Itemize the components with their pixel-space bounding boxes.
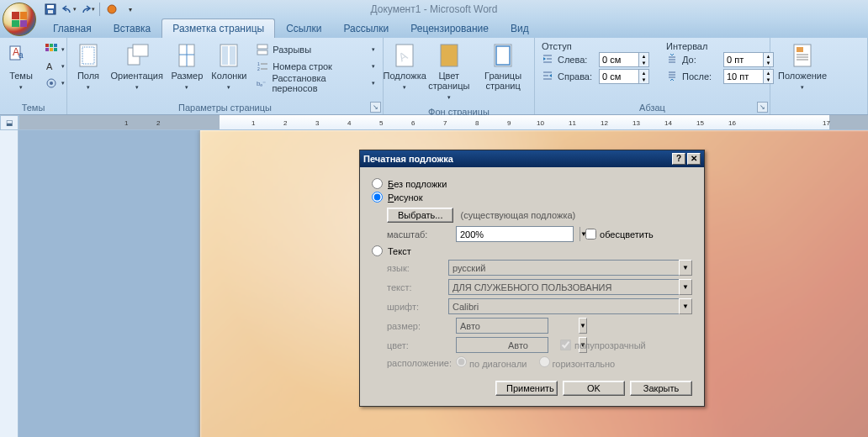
scale-combo[interactable]: ▼	[456, 226, 574, 242]
page-color-icon	[436, 42, 463, 69]
paragraph-dialog-launcher[interactable]: ↘	[757, 102, 768, 113]
svg-text:2: 2	[156, 119, 161, 127]
effects-icon	[45, 76, 58, 90]
option-no-watermark[interactable]: Без подложки	[372, 178, 692, 189]
tab-references[interactable]: Ссылки	[275, 18, 332, 38]
tab-view[interactable]: Вид	[500, 18, 540, 38]
position-button[interactable]: Положение▾	[774, 39, 831, 95]
dialog-title: Печатная подложка	[363, 154, 453, 164]
close-button[interactable]: ✕	[687, 153, 701, 165]
indent-left-spinner[interactable]: ▲▼	[599, 52, 649, 67]
svg-rect-12	[54, 48, 57, 51]
tab-review[interactable]: Рецензирование	[400, 18, 500, 38]
select-picture-button[interactable]: Выбрать...	[387, 208, 453, 223]
svg-text:7: 7	[443, 119, 447, 127]
hyphenation-button[interactable]: bₐ⁻Расстановка переносов ▾	[251, 75, 379, 92]
themes-button[interactable]: Aa Темы▾	[3, 39, 39, 95]
theme-effects-button[interactable]: ▾	[40, 75, 69, 92]
breaks-button[interactable]: Разрывы ▾	[251, 41, 379, 58]
svg-text:bₐ⁻: bₐ⁻	[257, 80, 266, 87]
help-button[interactable]: ?	[672, 153, 685, 165]
undo-icon[interactable]: ▾	[61, 2, 77, 17]
group-page-background: A Подложка▾ Цвет страницы▾ Границы стран…	[384, 38, 535, 114]
theme-colors-button[interactable]: ▾	[40, 41, 69, 58]
svg-text:2: 2	[283, 119, 288, 127]
watermark-button[interactable]: A Подложка▾	[387, 39, 422, 95]
watermark-icon: A	[391, 42, 418, 69]
spacing-before-icon	[666, 53, 680, 66]
tab-home[interactable]: Главная	[42, 18, 103, 38]
colors-icon	[45, 43, 58, 56]
record-macro-icon[interactable]	[103, 2, 120, 17]
spacing-after-spinner[interactable]: ▲▼	[723, 69, 774, 84]
save-icon[interactable]	[42, 2, 59, 17]
layout-horizontal: горизонтально	[539, 356, 616, 369]
svg-rect-1	[47, 5, 54, 8]
svg-text:11: 11	[569, 119, 576, 127]
tab-insert[interactable]: Вставка	[103, 18, 162, 38]
svg-rect-10	[45, 48, 49, 51]
existing-watermark-note: (существующая подложка)	[460, 210, 575, 220]
option-text[interactable]: Текст	[372, 245, 692, 256]
svg-text:2: 2	[257, 66, 260, 71]
ruler-corner[interactable]: ⬓	[0, 115, 19, 130]
ribbon-tabs: Главная Вставка Разметка страницы Ссылки…	[0, 18, 868, 38]
margins-button[interactable]: Поля▾	[71, 39, 106, 95]
svg-text:5: 5	[379, 119, 384, 127]
text-combo: ▼	[448, 279, 692, 295]
page-color-button[interactable]: Цвет страницы▾	[424, 39, 474, 105]
svg-text:A: A	[46, 61, 53, 71]
font-combo: ▼	[448, 298, 692, 314]
layout-label: расположение:	[387, 358, 456, 368]
svg-text:16: 16	[728, 119, 736, 127]
line-numbers-button[interactable]: 12Номера строк ▾	[251, 58, 379, 75]
group-label-themes: Темы	[3, 101, 63, 114]
size-icon	[173, 42, 200, 69]
watermark-dialog: Печатная подложка ? ✕ Без подложки Рисун…	[359, 150, 705, 407]
office-button[interactable]	[3, 3, 36, 36]
spacing-before-label: До:	[682, 55, 721, 65]
svg-text:6: 6	[411, 119, 415, 127]
line-numbers-icon: 12	[256, 60, 269, 73]
group-paragraph: Отступ Слева: ▲▼ Справа: ▲▼ Интервал	[535, 38, 770, 114]
svg-rect-35	[441, 45, 458, 66]
svg-text:12: 12	[601, 119, 608, 127]
scale-label: масштаб:	[387, 229, 456, 240]
option-picture[interactable]: Рисунок	[372, 192, 692, 203]
svg-text:4: 4	[347, 119, 352, 127]
spacing-before-spinner[interactable]: ▲▼	[723, 52, 774, 67]
size-label: размер:	[387, 321, 456, 331]
indent-left-icon	[542, 53, 555, 66]
horizontal-ruler[interactable]: 21 123 456 789 101112 131415 1617	[19, 115, 868, 129]
tab-page-layout[interactable]: Разметка страницы	[161, 18, 275, 38]
semitransparent-checkbox: полупрозрачный	[560, 340, 646, 350]
hyphenation-icon: bₐ⁻	[256, 76, 268, 90]
cancel-button[interactable]: Закрыть	[630, 381, 692, 396]
indent-right-spinner[interactable]: ▲▼	[599, 69, 649, 84]
dialog-titlebar[interactable]: Печатная подложка ? ✕	[360, 150, 704, 167]
orientation-button[interactable]: Ориентация▾	[108, 39, 166, 95]
group-label-page-setup: Параметры страницы	[71, 101, 379, 114]
apply-button[interactable]: Применить	[495, 381, 558, 396]
ok-button[interactable]: OK	[563, 381, 625, 396]
redo-icon[interactable]: ▾	[79, 2, 96, 17]
group-page-setup: Поля▾ Ориентация▾ Размер▾ Колонки▾ Разры…	[67, 38, 384, 114]
vertical-ruler[interactable]	[0, 130, 19, 437]
color-combo: ▼	[456, 337, 548, 353]
themes-icon: Aa	[8, 42, 34, 69]
theme-fonts-button[interactable]: A▾	[40, 58, 69, 75]
svg-text:8: 8	[475, 119, 479, 127]
svg-rect-7	[45, 44, 49, 47]
tab-mailings[interactable]: Рассылки	[332, 18, 400, 38]
size-button[interactable]: Размер▾	[167, 39, 206, 95]
svg-text:10: 10	[537, 119, 544, 127]
columns-button[interactable]: Колонки▾	[208, 39, 250, 95]
group-label-paragraph: Абзац	[538, 101, 766, 114]
title-bar: ▾ ▾ ▾ Документ1 - Microsoft Word	[0, 0, 868, 18]
qat-customize-icon[interactable]: ▾	[122, 2, 139, 17]
page-borders-button[interactable]: Границы страниц	[475, 39, 531, 93]
washout-checkbox[interactable]: обесцветить	[585, 229, 654, 240]
svg-text:1: 1	[124, 119, 129, 127]
page-setup-dialog-launcher[interactable]: ↘	[370, 102, 381, 113]
font-label: шрифт:	[387, 302, 448, 312]
